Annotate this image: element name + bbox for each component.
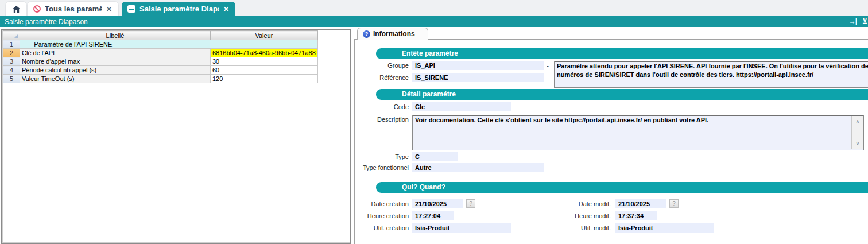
date-creation-help-button[interactable]: ? [466, 199, 475, 208]
type-fonctionnel-label: Type fonctionnel [347, 164, 409, 171]
tab-label: Saisie paramètre Diapa... [140, 5, 219, 13]
window-title-bar: Saisie paramètre Diapason →| ⊻ [0, 16, 868, 27]
type-field[interactable]: C [412, 152, 458, 161]
table-header-row: Libellé Valeur [3, 31, 318, 40]
separator-dash: - [544, 62, 551, 69]
libelle-cell[interactable]: Période calcul nb appel (s) [20, 66, 211, 75]
table-row: 5 Valeur TimeOut (s) 120 [3, 75, 318, 83]
type-label: Type [347, 153, 409, 160]
column-header-libelle[interactable]: Libellé [20, 31, 211, 40]
tab-saisie-parametre[interactable]: Saisie paramètre Diapa... ✕ [122, 2, 235, 16]
parameters-table: Libellé Valeur 1 ----- Paramètre de l'AP… [3, 30, 318, 83]
valeur-cell[interactable]: 120 [211, 75, 318, 83]
groupe-label: Groupe [347, 62, 409, 69]
page-title: Saisie paramètre Diapason [5, 18, 88, 26]
reference-label: Référence [347, 74, 409, 81]
description-textarea[interactable]: Voir documentation. Cette clé s'obtient … [412, 115, 864, 150]
section-header-entete: Entête paramétre [376, 48, 868, 59]
valeur-cell[interactable]: 60 [211, 66, 318, 75]
libelle-cell[interactable]: Valeur TimeOut (s) [20, 75, 211, 83]
table-row: 3 Nombre d'appel max 30 [3, 57, 318, 66]
valeur-cell-selected[interactable]: 6816bb04-71a8-460a-96bb-0471a88 [211, 49, 318, 57]
tab-home[interactable] [6, 2, 26, 16]
scroll-down-icon[interactable]: ∨ [852, 139, 863, 148]
code-field[interactable]: Cle [412, 102, 511, 111]
util-creation-label: Util. création [347, 224, 409, 231]
date-modif-field[interactable]: 21/10/2025 [615, 199, 666, 208]
util-modif-label: Util. modif. [547, 224, 611, 231]
date-modif-help-button[interactable]: ? [669, 199, 679, 208]
row-number[interactable]: 3 [3, 57, 20, 66]
reference-field[interactable]: IS_SIRENE [412, 73, 544, 82]
help-circle-icon: ? [363, 30, 370, 38]
section-header-detail: Détail paramétre [376, 89, 868, 100]
valeur-cell[interactable]: 30 [211, 57, 318, 66]
heure-modif-field[interactable]: 17:37:34 [615, 211, 657, 220]
close-icon[interactable]: ✕ [223, 5, 230, 13]
tab-all-parameters[interactable]: Tous les paramètres ✕ [28, 2, 118, 16]
scroll-up-icon[interactable]: ∧ [852, 117, 863, 126]
date-creation-label: Date création [347, 200, 409, 207]
row-number[interactable]: 5 [3, 75, 20, 83]
vertical-scrollbar[interactable]: ∧ ∨ [851, 116, 863, 149]
entete-description-text: Paramètre attendu pour appeler l'API SIR… [557, 62, 868, 79]
libelle-cell[interactable]: Nombre d'appel max [20, 57, 211, 66]
close-icon[interactable]: ✕ [106, 5, 113, 13]
home-icon [12, 5, 21, 13]
window-icon [127, 5, 135, 13]
row-number[interactable]: 1 [3, 40, 20, 49]
select-all-corner[interactable] [3, 31, 20, 40]
tab-label: Informations [373, 30, 415, 38]
libelle-cell[interactable]: Clé de l'API [20, 49, 211, 57]
tab-strip: Tous les paramètres ✕ Saisie paramètre D… [0, 0, 868, 16]
tab-label: Tous les paramètres [45, 5, 102, 13]
util-creation-field[interactable]: Isia-Produit [412, 223, 511, 233]
code-label: Code [347, 103, 409, 110]
description-text: Voir documentation. Cette clé s'obtient … [415, 116, 848, 125]
column-header-valeur[interactable]: Valeur [211, 31, 318, 40]
table-row: 1 ----- Paramètre de l'API SIRENE ----- [3, 40, 318, 49]
util-modif-field[interactable]: Isia-Produit [615, 223, 714, 233]
parameters-grid-panel: Libellé Valeur 1 ----- Paramètre de l'AP… [1, 29, 351, 244]
date-creation-field[interactable]: 21/10/2025 [412, 199, 463, 208]
goto-end-icon[interactable]: →| [849, 16, 857, 27]
heure-modif-label: Heure modif. [547, 212, 611, 219]
section-header-qui-quand: Qui? Quand? [376, 182, 868, 193]
description-label: Description [347, 116, 409, 123]
heure-creation-field[interactable]: 17:27:04 [412, 211, 454, 220]
type-fonctionnel-field[interactable]: Autre [412, 163, 544, 172]
no-entry-icon [33, 5, 41, 13]
row-number-selected[interactable]: 2 [3, 49, 20, 57]
heure-creation-label: Heure création [347, 212, 409, 219]
partial-right-icon[interactable]: ⊻ [862, 16, 867, 27]
section-row-cell[interactable]: ----- Paramètre de l'API SIRENE ----- [20, 40, 318, 49]
table-row: 4 Période calcul nb appel (s) 60 [3, 66, 318, 75]
tab-informations[interactable]: ? Informations [357, 28, 428, 40]
groupe-field[interactable]: IS_API [412, 61, 544, 70]
corner-triangle-icon [14, 34, 18, 38]
date-modif-label: Date modif. [547, 200, 611, 207]
table-row: 2 Clé de l'API 6816bb04-71a8-460a-96bb-0… [3, 49, 318, 57]
row-number[interactable]: 4 [3, 66, 20, 75]
entete-description-box[interactable]: Paramètre attendu pour appeler l'API SIR… [554, 61, 868, 88]
